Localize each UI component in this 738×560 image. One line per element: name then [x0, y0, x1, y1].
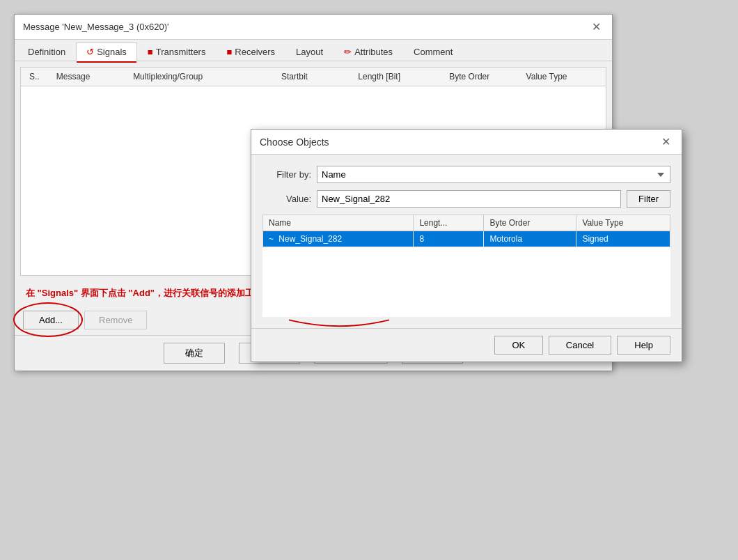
- signal-name-cell: ~ New_Signal_282: [263, 231, 414, 247]
- tab-transmitters[interactable]: ■ Transmitters: [137, 42, 217, 61]
- list-empty-area: [262, 247, 670, 317]
- signal-name: New_Signal_282: [278, 234, 342, 244]
- remove-button[interactable]: Remove: [84, 311, 147, 329]
- choose-objects-dialog: Choose Objects ✕ Filter by: Name Value T…: [251, 129, 682, 362]
- col-byteorder: Byte Order: [446, 70, 523, 83]
- filter-by-select[interactable]: Name Value Type: [317, 166, 670, 183]
- dialog-body: Filter by: Name Value Type Value: Filter…: [251, 155, 682, 328]
- dialog-title-bar: Choose Objects ✕: [251, 130, 682, 155]
- ok-button[interactable]: OK: [494, 336, 543, 355]
- value-label: Value:: [262, 194, 311, 204]
- cancel-button[interactable]: Cancel: [549, 336, 611, 355]
- list-container: Name Lengt... Byte Order Value Type ~ Ne…: [262, 215, 670, 317]
- tab-comment[interactable]: Comment: [403, 42, 463, 61]
- dialog-close-button[interactable]: ✕: [659, 135, 673, 148]
- col-length-header: Lengt...: [414, 215, 484, 231]
- tab-layout[interactable]: Layout: [285, 42, 333, 61]
- dialog-title: Choose Objects: [260, 137, 329, 148]
- filter-by-label: Filter by:: [262, 169, 311, 180]
- col-valuetype-header: Value Type: [576, 215, 670, 231]
- objects-table: Name Lengt... Byte Order Value Type ~ Ne…: [262, 215, 670, 247]
- tab-receivers-label: Receivers: [235, 47, 275, 57]
- col-length: Length [Bit]: [355, 70, 446, 83]
- tab-receivers[interactable]: ■ Receivers: [216, 42, 285, 61]
- main-close-button[interactable]: ✕: [589, 20, 604, 33]
- main-window-title: Message 'New_Message_3 (0x620)': [23, 22, 168, 32]
- tab-bar: Definition ↺ Signals ■ Transmitters ■ Re…: [15, 40, 612, 61]
- attributes-icon: ✏: [344, 47, 352, 57]
- add-button-wrapper: Add...: [23, 311, 79, 329]
- signals-icon: ↺: [86, 47, 94, 57]
- add-button[interactable]: Add...: [23, 311, 79, 329]
- list-header-row: Name Lengt... Byte Order Value Type: [263, 215, 670, 231]
- tab-definition[interactable]: Definition: [17, 42, 76, 61]
- col-valuetype: Value Type: [524, 70, 600, 83]
- tab-comment-label: Comment: [414, 47, 453, 57]
- tab-layout-label: Layout: [296, 47, 323, 57]
- curved-underline-annotation: [269, 316, 409, 329]
- filter-by-row: Filter by: Name Value Type: [262, 166, 670, 183]
- table-header-row: S.. Message Multiplexing/Group Startbit …: [21, 68, 606, 86]
- dialog-footer: OK Cancel Help: [251, 328, 682, 361]
- tab-signals-label: Signals: [97, 47, 127, 57]
- col-message: Message: [54, 70, 130, 83]
- main-title-bar: Message 'New_Message_3 (0x620)' ✕: [15, 15, 612, 40]
- value-input[interactable]: [317, 190, 621, 208]
- help-button[interactable]: Help: [617, 336, 670, 355]
- signal-wave-icon: ~: [269, 234, 274, 244]
- value-row: Value: Filter: [262, 190, 670, 208]
- tab-signals[interactable]: ↺ Signals: [76, 42, 137, 61]
- tab-transmitters-label: Transmitters: [156, 47, 206, 57]
- tab-attributes-label: Attributes: [354, 47, 393, 57]
- signal-valuetype-cell: Signed: [576, 231, 670, 247]
- transmitters-icon: ■: [148, 47, 153, 57]
- col-startbit: Startbit: [278, 70, 355, 83]
- list-body: ~ New_Signal_282 8 Motorola Signed: [263, 231, 670, 247]
- receivers-icon: ■: [226, 47, 232, 57]
- signal-byteorder-cell: Motorola: [484, 231, 576, 247]
- signal-length-cell: 8: [414, 231, 484, 247]
- col-mux: Multiplexing/Group: [130, 70, 278, 83]
- tab-attributes[interactable]: ✏ Attributes: [333, 42, 403, 61]
- table-row[interactable]: ~ New_Signal_282 8 Motorola Signed: [263, 231, 670, 247]
- filter-button[interactable]: Filter: [627, 190, 670, 208]
- col-s: S..: [26, 70, 54, 83]
- col-byteorder-header: Byte Order: [484, 215, 576, 231]
- tab-definition-label: Definition: [28, 47, 65, 57]
- confirm-button[interactable]: 确定: [164, 343, 225, 364]
- col-name-header: Name: [263, 215, 414, 231]
